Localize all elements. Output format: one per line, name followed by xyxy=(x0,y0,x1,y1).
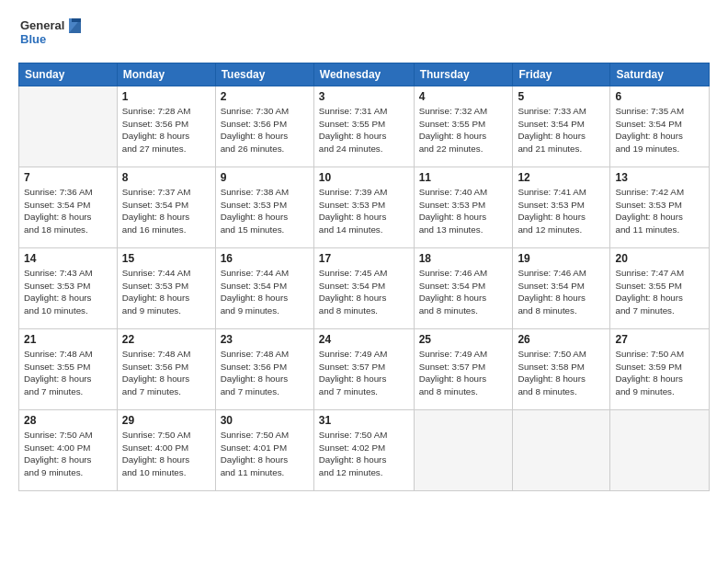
day-info: Sunrise: 7:50 AMSunset: 4:01 PMDaylight:… xyxy=(221,429,309,479)
calendar-cell: 25Sunrise: 7:49 AMSunset: 3:57 PMDayligh… xyxy=(414,329,513,410)
calendar-cell: 3Sunrise: 7:31 AMSunset: 3:55 PMDaylight… xyxy=(313,86,414,167)
calendar-cell xyxy=(414,410,513,491)
calendar-cell: 4Sunrise: 7:32 AMSunset: 3:55 PMDaylight… xyxy=(414,86,513,167)
day-info: Sunrise: 7:37 AMSunset: 3:54 PMDaylight:… xyxy=(122,186,210,236)
calendar-week-row: 28Sunrise: 7:50 AMSunset: 4:00 PMDayligh… xyxy=(19,410,710,491)
calendar-cell: 8Sunrise: 7:37 AMSunset: 3:54 PMDaylight… xyxy=(117,167,215,248)
day-info: Sunrise: 7:44 AMSunset: 3:54 PMDaylight:… xyxy=(221,267,309,317)
day-info: Sunrise: 7:48 AMSunset: 3:56 PMDaylight:… xyxy=(221,348,309,398)
day-number: 24 xyxy=(319,333,409,346)
page: General Blue SundayMondayTuesdayWednesda… xyxy=(0,0,728,563)
day-number: 28 xyxy=(24,414,112,427)
day-info: Sunrise: 7:44 AMSunset: 3:53 PMDaylight:… xyxy=(122,267,210,317)
calendar-header-friday: Friday xyxy=(513,63,610,86)
calendar-cell: 6Sunrise: 7:35 AMSunset: 3:54 PMDaylight… xyxy=(610,86,710,167)
day-info: Sunrise: 7:40 AMSunset: 3:53 PMDaylight:… xyxy=(419,186,508,236)
day-info: Sunrise: 7:38 AMSunset: 3:53 PMDaylight:… xyxy=(221,186,309,236)
day-info: Sunrise: 7:39 AMSunset: 3:53 PMDaylight:… xyxy=(319,186,409,236)
calendar-cell: 31Sunrise: 7:50 AMSunset: 4:02 PMDayligh… xyxy=(313,410,414,491)
day-number: 19 xyxy=(518,252,605,265)
day-number: 3 xyxy=(319,90,409,103)
day-number: 4 xyxy=(419,90,508,103)
day-info: Sunrise: 7:31 AMSunset: 3:55 PMDaylight:… xyxy=(319,105,409,155)
day-number: 29 xyxy=(122,414,210,427)
day-number: 27 xyxy=(615,333,704,346)
day-info: Sunrise: 7:50 AMSunset: 3:58 PMDaylight:… xyxy=(518,348,605,398)
calendar-week-row: 14Sunrise: 7:43 AMSunset: 3:53 PMDayligh… xyxy=(19,248,710,329)
day-number: 2 xyxy=(221,90,309,103)
day-number: 16 xyxy=(221,252,309,265)
day-info: Sunrise: 7:49 AMSunset: 3:57 PMDaylight:… xyxy=(319,348,409,398)
day-number: 12 xyxy=(518,171,605,184)
svg-text:Blue: Blue xyxy=(20,32,46,46)
calendar-cell: 19Sunrise: 7:46 AMSunset: 3:54 PMDayligh… xyxy=(513,248,610,329)
day-info: Sunrise: 7:30 AMSunset: 3:56 PMDaylight:… xyxy=(221,105,309,155)
header: General Blue xyxy=(18,15,710,53)
calendar-cell: 9Sunrise: 7:38 AMSunset: 3:53 PMDaylight… xyxy=(215,167,313,248)
day-number: 15 xyxy=(122,252,210,265)
day-number: 20 xyxy=(615,252,704,265)
day-number: 21 xyxy=(24,333,112,346)
calendar-header-monday: Monday xyxy=(117,63,215,86)
day-info: Sunrise: 7:49 AMSunset: 3:57 PMDaylight:… xyxy=(419,348,508,398)
day-info: Sunrise: 7:46 AMSunset: 3:54 PMDaylight:… xyxy=(419,267,508,317)
day-info: Sunrise: 7:50 AMSunset: 4:02 PMDaylight:… xyxy=(319,429,409,479)
calendar-cell: 14Sunrise: 7:43 AMSunset: 3:53 PMDayligh… xyxy=(19,248,118,329)
calendar-header-row: SundayMondayTuesdayWednesdayThursdayFrid… xyxy=(19,63,710,86)
day-number: 7 xyxy=(24,171,112,184)
day-number: 10 xyxy=(319,171,409,184)
calendar-header-wednesday: Wednesday xyxy=(313,63,414,86)
calendar-cell: 23Sunrise: 7:48 AMSunset: 3:56 PMDayligh… xyxy=(215,329,313,410)
day-info: Sunrise: 7:41 AMSunset: 3:53 PMDaylight:… xyxy=(518,186,605,236)
calendar-cell: 16Sunrise: 7:44 AMSunset: 3:54 PMDayligh… xyxy=(215,248,313,329)
day-info: Sunrise: 7:36 AMSunset: 3:54 PMDaylight:… xyxy=(24,186,112,236)
calendar-table: SundayMondayTuesdayWednesdayThursdayFrid… xyxy=(18,63,710,491)
day-number: 5 xyxy=(518,90,605,103)
day-number: 25 xyxy=(419,333,508,346)
day-info: Sunrise: 7:35 AMSunset: 3:54 PMDaylight:… xyxy=(615,105,704,155)
calendar-week-row: 21Sunrise: 7:48 AMSunset: 3:55 PMDayligh… xyxy=(19,329,710,410)
day-number: 23 xyxy=(221,333,309,346)
day-info: Sunrise: 7:48 AMSunset: 3:56 PMDaylight:… xyxy=(122,348,210,398)
calendar-cell: 29Sunrise: 7:50 AMSunset: 4:00 PMDayligh… xyxy=(117,410,215,491)
calendar-cell: 13Sunrise: 7:42 AMSunset: 3:53 PMDayligh… xyxy=(610,167,710,248)
day-number: 30 xyxy=(221,414,309,427)
calendar-cell: 17Sunrise: 7:45 AMSunset: 3:54 PMDayligh… xyxy=(313,248,414,329)
day-number: 26 xyxy=(518,333,605,346)
day-number: 1 xyxy=(122,90,210,103)
calendar-header-tuesday: Tuesday xyxy=(215,63,313,86)
day-number: 18 xyxy=(419,252,508,265)
day-info: Sunrise: 7:32 AMSunset: 3:55 PMDaylight:… xyxy=(419,105,508,155)
day-info: Sunrise: 7:43 AMSunset: 3:53 PMDaylight:… xyxy=(24,267,112,317)
svg-text:General: General xyxy=(20,18,64,32)
calendar-cell: 12Sunrise: 7:41 AMSunset: 3:53 PMDayligh… xyxy=(513,167,610,248)
calendar-cell: 20Sunrise: 7:47 AMSunset: 3:55 PMDayligh… xyxy=(610,248,710,329)
day-info: Sunrise: 7:28 AMSunset: 3:56 PMDaylight:… xyxy=(122,105,210,155)
day-info: Sunrise: 7:45 AMSunset: 3:54 PMDaylight:… xyxy=(319,267,409,317)
calendar-cell: 10Sunrise: 7:39 AMSunset: 3:53 PMDayligh… xyxy=(313,167,414,248)
day-number: 17 xyxy=(319,252,409,265)
calendar-cell: 28Sunrise: 7:50 AMSunset: 4:00 PMDayligh… xyxy=(19,410,118,491)
calendar-cell: 5Sunrise: 7:33 AMSunset: 3:54 PMDaylight… xyxy=(513,86,610,167)
day-number: 14 xyxy=(24,252,112,265)
logo-area: General Blue xyxy=(18,15,83,53)
calendar-cell: 26Sunrise: 7:50 AMSunset: 3:58 PMDayligh… xyxy=(513,329,610,410)
day-info: Sunrise: 7:50 AMSunset: 4:00 PMDaylight:… xyxy=(24,429,112,479)
calendar-cell: 7Sunrise: 7:36 AMSunset: 3:54 PMDaylight… xyxy=(19,167,118,248)
calendar-cell: 21Sunrise: 7:48 AMSunset: 3:55 PMDayligh… xyxy=(19,329,118,410)
calendar-cell xyxy=(19,86,118,167)
day-number: 8 xyxy=(122,171,210,184)
calendar-header-saturday: Saturday xyxy=(610,63,710,86)
day-info: Sunrise: 7:50 AMSunset: 4:00 PMDaylight:… xyxy=(122,429,210,479)
calendar-cell: 15Sunrise: 7:44 AMSunset: 3:53 PMDayligh… xyxy=(117,248,215,329)
calendar-cell: 22Sunrise: 7:48 AMSunset: 3:56 PMDayligh… xyxy=(117,329,215,410)
calendar-header-thursday: Thursday xyxy=(414,63,513,86)
day-info: Sunrise: 7:33 AMSunset: 3:54 PMDaylight:… xyxy=(518,105,605,155)
calendar-cell xyxy=(513,410,610,491)
calendar-week-row: 7Sunrise: 7:36 AMSunset: 3:54 PMDaylight… xyxy=(19,167,710,248)
day-info: Sunrise: 7:48 AMSunset: 3:55 PMDaylight:… xyxy=(24,348,112,398)
calendar-week-row: 1Sunrise: 7:28 AMSunset: 3:56 PMDaylight… xyxy=(19,86,710,167)
calendar-header-sunday: Sunday xyxy=(19,63,118,86)
day-info: Sunrise: 7:42 AMSunset: 3:53 PMDaylight:… xyxy=(615,186,704,236)
calendar-cell: 27Sunrise: 7:50 AMSunset: 3:59 PMDayligh… xyxy=(610,329,710,410)
